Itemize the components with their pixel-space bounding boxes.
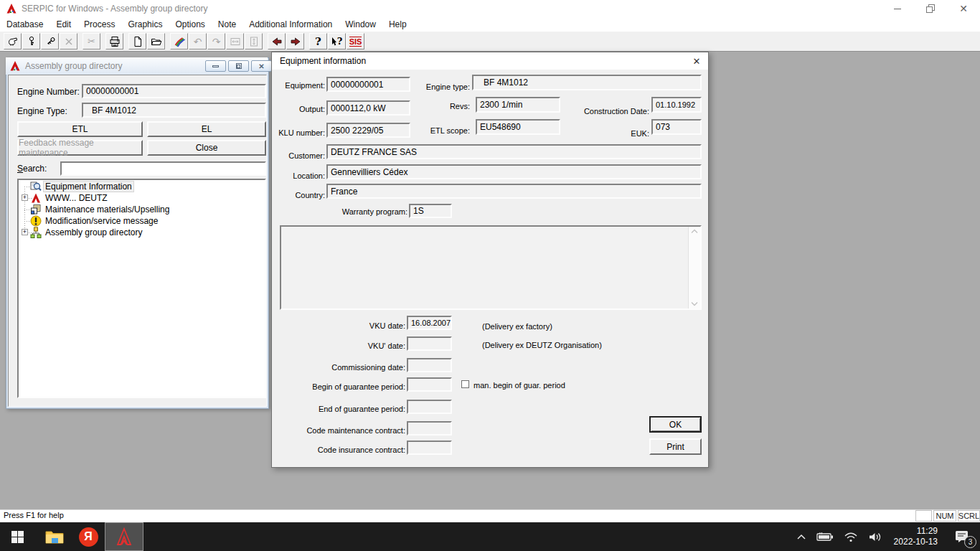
etl-scope-field[interactable]: EU548690 <box>476 119 560 135</box>
country-label: Country: <box>237 191 325 199</box>
menu-database[interactable]: Database <box>0 18 50 31</box>
fit-page-icon[interactable] <box>245 33 263 50</box>
battery-icon[interactable] <box>811 532 839 542</box>
tree-item-modification-service-message[interactable]: Modification/service message <box>44 216 159 226</box>
construction-date-label: Construction Date: <box>567 107 649 116</box>
delete-icon[interactable] <box>60 33 77 50</box>
forward-arrow-icon[interactable] <box>286 33 304 50</box>
taskbar-clock[interactable]: 11:29 2022-10-13 <box>887 526 944 547</box>
assembly-group-icon <box>30 227 42 241</box>
scroll-up-icon <box>691 229 698 234</box>
vku2-date-label: VKU' date: <box>280 342 405 350</box>
close-button[interactable]: ✕ <box>947 0 980 17</box>
tree-item-maintenance-materials[interactable]: Maintenance materials/Upselling <box>44 204 171 215</box>
code-insurance-field[interactable] <box>407 441 452 455</box>
tray-chevron-icon[interactable] <box>791 533 811 540</box>
cut-icon[interactable]: ✂ <box>83 33 100 50</box>
menu-help[interactable]: Help <box>382 18 413 31</box>
ok-button[interactable]: OK <box>649 416 702 433</box>
menu-note[interactable]: Note <box>212 18 242 31</box>
customer-field[interactable]: DEUTZ FRANCE SAS <box>326 144 702 159</box>
help-icon[interactable]: ? <box>309 33 327 50</box>
customer-label: Customer: <box>237 151 325 160</box>
notes-textarea[interactable] <box>280 225 702 310</box>
menu-options[interactable]: Options <box>169 18 211 31</box>
code-insurance-label: Code insurance contract: <box>280 446 405 454</box>
dlg-engine-type-field[interactable]: BF 4M1012 <box>472 75 702 90</box>
etl-button[interactable]: ETL <box>17 121 143 137</box>
speaker-icon[interactable] <box>863 532 887 542</box>
code-maintenance-label: Code maintenance contract: <box>280 426 405 435</box>
end-guarantee-field[interactable] <box>407 400 452 414</box>
tree-expander[interactable]: + <box>22 229 28 235</box>
yandex-browser-icon[interactable]: Я <box>73 522 103 551</box>
tree-item-www-deutz[interactable]: WWW... DEUTZ <box>44 193 109 203</box>
minimize-button[interactable] <box>881 0 914 17</box>
file-explorer-icon[interactable] <box>40 522 69 551</box>
euk-field[interactable]: 073 <box>651 119 702 135</box>
clock-date: 2022-10-13 <box>894 537 938 547</box>
tree-item-assembly-group-directory[interactable]: Assembly group directory <box>44 227 143 237</box>
output-label: Output: <box>237 105 325 113</box>
vku-date-field[interactable]: 16.08.2007 <box>407 316 452 330</box>
feedback-message-maintenance-button[interactable]: Feedback message maintenance <box>17 140 143 156</box>
vku-date-label: VKU date: <box>280 321 405 330</box>
commissioning-date-field[interactable] <box>407 358 452 372</box>
menu-window[interactable]: Window <box>339 18 382 31</box>
notes-scrollbar[interactable] <box>688 227 700 309</box>
notification-badge: 3 <box>964 536 976 548</box>
start-button[interactable] <box>0 522 34 551</box>
etl-scope-label: ETL scope: <box>387 126 470 135</box>
code-maintenance-field[interactable] <box>407 421 452 435</box>
notification-icon[interactable]: 3 <box>944 522 980 551</box>
tree-item-equipment-information[interactable]: Equipment Information <box>44 182 133 192</box>
location-label: Location: <box>237 171 325 180</box>
location-field[interactable]: Gennevilliers Cédex <box>326 164 702 179</box>
back-arrow-icon[interactable] <box>268 33 286 50</box>
screen: SERPIC for Windows - Assembly group dire… <box>0 0 980 551</box>
clock-time: 11:29 <box>894 526 938 537</box>
vku-note: (Delivery ex factory) <box>482 322 552 331</box>
country-field[interactable]: France <box>326 184 702 199</box>
tree-expander[interactable]: + <box>22 194 28 201</box>
status-num-indicator: NUM <box>933 510 956 522</box>
search-input[interactable] <box>60 161 266 176</box>
menu-additional-information[interactable]: Additional Information <box>242 18 339 31</box>
redo-icon[interactable]: ↷ <box>207 33 225 50</box>
key-icon[interactable] <box>22 33 40 50</box>
revs-field[interactable]: 2300 1/min <box>476 97 560 113</box>
warranty-program-field[interactable]: 1S <box>409 204 452 218</box>
search-label: Search: <box>17 164 47 174</box>
engine-number-label: Engine Number: <box>17 87 80 97</box>
child-restore-button[interactable] <box>228 60 249 72</box>
new-document-icon[interactable] <box>128 33 146 50</box>
child-close-button[interactable]: ✕ <box>251 60 272 72</box>
print-button[interactable]: Print <box>649 438 702 455</box>
child-minimize-button[interactable] <box>205 60 226 72</box>
print-icon[interactable] <box>105 33 123 50</box>
dialog-close-icon[interactable]: ✕ <box>686 52 707 70</box>
klu-number-label: KLU number: <box>237 128 325 137</box>
construction-date-field[interactable]: 01.10.1992 <box>651 97 702 113</box>
equipment-label: Equipment: <box>237 81 325 90</box>
key-diagonal-icon[interactable] <box>41 33 59 50</box>
open-folder-icon[interactable] <box>147 33 165 50</box>
undo-icon[interactable]: ↶ <box>189 33 207 50</box>
serpic-app-icon[interactable] <box>105 522 143 551</box>
menu-edit[interactable]: Edit <box>50 18 77 31</box>
man-begin-checkbox[interactable] <box>461 380 469 388</box>
window-title: SERPIC for Windows - Assembly group dire… <box>22 4 207 14</box>
graphics-pen-icon[interactable] <box>170 33 188 50</box>
fit-width-icon[interactable] <box>226 33 244 50</box>
login-icon[interactable] <box>4 33 22 50</box>
restore-button[interactable] <box>914 0 947 17</box>
wifi-icon[interactable] <box>839 532 863 542</box>
menu-graphics[interactable]: Graphics <box>121 18 169 31</box>
menu-process[interactable]: Process <box>77 18 121 31</box>
vku2-date-field[interactable] <box>407 336 452 351</box>
begin-guarantee-field[interactable] <box>407 377 452 392</box>
context-help-icon[interactable]: ? <box>328 33 346 50</box>
sis-icon[interactable]: SIS <box>347 33 364 50</box>
revs-label: Revs: <box>387 102 470 110</box>
toolbar: ✂ ↶ ↷ ? ? <box>0 32 980 51</box>
